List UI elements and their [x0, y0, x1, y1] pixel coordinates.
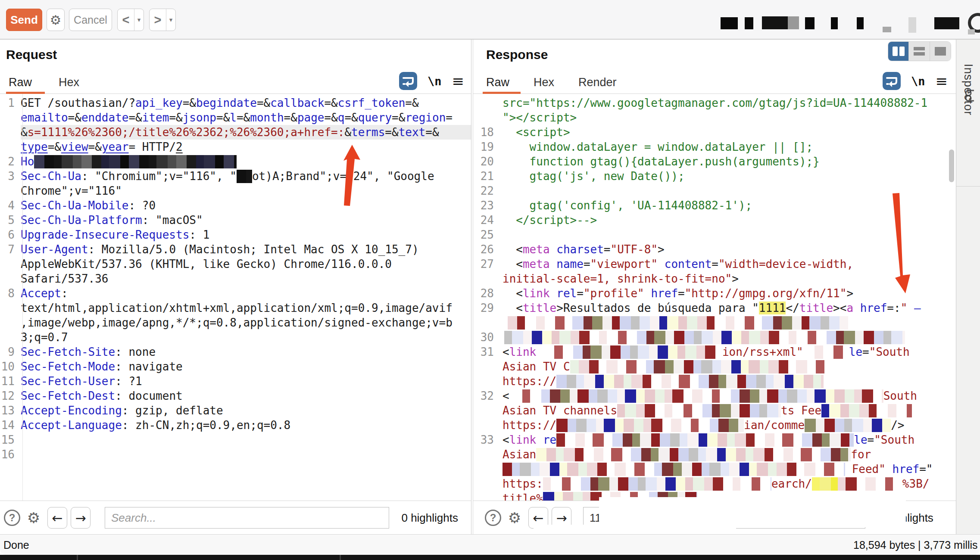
code-row[interactable]: emailto=&enddate=&item=&jsonp=&l=&month=… [0, 110, 471, 125]
response-editor[interactable]: src="https://www.googletagmanager.com/gt… [473, 94, 956, 501]
code-row[interactable]: 22 [473, 184, 956, 198]
code-row[interactable]: 26 <meta charset="UTF-8"> [473, 242, 956, 257]
request-tab-hex[interactable]: Hex [59, 76, 79, 89]
code-row[interactable] [473, 315, 956, 330]
code-row[interactable]: 24 </script>--> [473, 213, 956, 227]
code-row[interactable]: 4Sec-Ch-Ua-Mobile: ?0 [0, 198, 471, 213]
line-number [0, 257, 20, 271]
search-help-icon[interactable]: ? [3, 507, 22, 529]
request-tab-raw[interactable]: Raw [9, 76, 32, 89]
next-dropdown-icon[interactable]: ▾ [166, 9, 175, 31]
code-row[interactable]: 16 [0, 447, 471, 462]
request-search-input[interactable] [105, 507, 389, 529]
code-row[interactable]: 9Sec-Fetch-Site: none [0, 345, 471, 359]
previous-dropdown-icon[interactable]: ▾ [134, 9, 144, 31]
code-row[interactable]: 7User-Agent: Mozilla/5.0 (Macintosh; Int… [0, 242, 471, 257]
editor-menu-icon[interactable]: ≡ [452, 72, 465, 90]
code-row[interactable]: 18 <script> [473, 125, 956, 140]
show-newlines-toggle[interactable]: \n [911, 75, 925, 88]
code-row[interactable]: 31<link ion/rss+xml"le="South [473, 345, 956, 359]
code-row[interactable]: 33<link rele="South [473, 432, 956, 447]
search-help-icon[interactable]: ? [484, 507, 502, 529]
code-token: "South [874, 433, 914, 446]
code-row[interactable]: AppleWebKit/537.36 (KHTML, like Gecko) C… [0, 257, 471, 271]
code-row[interactable]: 11Sec-Fetch-User: ?1 [0, 374, 471, 389]
layout-single-view-button[interactable] [930, 42, 951, 61]
search-settings-gear-icon[interactable]: ⚙ [505, 507, 524, 529]
code-row[interactable]: 14Accept-Language: zh-CN,zh;q=0.9,en;q=0… [0, 418, 471, 432]
code-row[interactable]: 19 window.dataLayer = window.dataLayer |… [473, 140, 956, 154]
code-row[interactable]: Safari/537.36 [0, 271, 471, 286]
cancel-button[interactable]: Cancel [69, 9, 112, 31]
response-tab-render[interactable]: Render [578, 76, 617, 89]
layout-split-view-button[interactable] [888, 42, 909, 61]
code-row[interactable]: https://ian/comme/> [473, 418, 956, 432]
code-row[interactable]: Asianfor [473, 447, 956, 462]
code-token: window.dataLayer = window.dataLayer || [… [502, 140, 813, 153]
code-row[interactable]: 3Sec-Ch-Ua: "Chromium";v="116", "ot)A;Br… [0, 169, 471, 184]
code-row[interactable]: 25 [473, 227, 956, 242]
word-wrap-toggle-icon[interactable] [883, 72, 901, 90]
code-token: for [851, 448, 871, 461]
code-row[interactable]: 30 [473, 330, 956, 345]
code-row[interactable]: 20 function gtag(){dataLayer.push(argume… [473, 154, 956, 169]
code-row[interactable]: 27 <meta name="viewport" content="width=… [473, 257, 956, 271]
code-row[interactable]: text/html,application/xhtml+xml,applicat… [0, 301, 471, 315]
search-previous-button[interactable]: ← [47, 507, 67, 529]
code-token: query [358, 111, 392, 124]
search-next-button[interactable]: → [71, 507, 91, 529]
code-row[interactable]: https:earch/%3B/ [473, 476, 956, 491]
code-token: =& [425, 126, 439, 139]
code-row[interactable]: Feed" href=" [473, 462, 956, 476]
code-row[interactable]: 29 <title>Resultados de búsqueda para "1… [473, 301, 956, 315]
next-request-button[interactable]: > ▾ [149, 9, 176, 31]
response-tab-raw[interactable]: Raw [486, 76, 509, 89]
line-number [0, 271, 20, 286]
code-row[interactable]: 12Sec-Fetch-Dest: document [0, 389, 471, 403]
send-button[interactable]: Send [6, 9, 42, 31]
inspector-sidebar[interactable]: Inspector [956, 40, 980, 534]
code-row[interactable]: 5Sec-Ch-Ua-Platform: "macOS" [0, 213, 471, 227]
code-row[interactable]: 10Sec-Fetch-Mode: navigate [0, 359, 471, 374]
code-row[interactable]: 23 gtag('config', 'UA-114408882-1'); [473, 198, 956, 213]
code-token [658, 258, 665, 271]
code-row[interactable]: 3;q=0.7 [0, 330, 471, 345]
previous-request-button[interactable]: < ▾ [117, 9, 144, 31]
code-row[interactable]: src="https://www.googletagmanager.com/gt… [473, 96, 956, 110]
line-number [473, 418, 498, 432]
code-row[interactable]: 15 [0, 432, 471, 447]
redaction-mosaic [570, 360, 824, 373]
response-tab-hex[interactable]: Hex [534, 76, 554, 89]
request-settings-gear-icon[interactable]: ⚙ [47, 9, 65, 31]
code-row[interactable]: 1GET /southasian/?api_key=&begindate=&ca… [0, 96, 471, 110]
code-row[interactable]: 32<South [473, 389, 956, 403]
code-row[interactable]: 2Ho [0, 154, 471, 169]
code-token: gtag('config', 'UA-114408882-1'); [502, 199, 752, 212]
next-arrow-icon[interactable]: > [150, 9, 166, 31]
editor-menu-icon[interactable]: ≡ [936, 72, 948, 90]
code-row[interactable]: 13Accept-Encoding: gzip, deflate [0, 403, 471, 418]
code-row[interactable]: type=&view=&year= HTTP/2 [0, 140, 471, 154]
show-newlines-toggle[interactable]: \n [428, 75, 442, 88]
code-row[interactable]: "></script> [473, 110, 956, 125]
code-row[interactable]: Asian TV C [473, 359, 956, 374]
code-row[interactable]: &s=1111%26%2360;/title%26%2362;%26%2360;… [0, 125, 471, 140]
code-row[interactable]: 6Upgrade-Insecure-Requests: 1 [0, 227, 471, 242]
line-number [0, 315, 20, 330]
code-row[interactable]: 28 <link rel="profile" href="http://gmpg… [473, 286, 956, 301]
code-row[interactable]: ,image/webp,image/apng,*/*;q=0.8,applica… [0, 315, 471, 330]
code-row[interactable]: 8Accept: [0, 286, 471, 301]
response-scrollbar-thumb[interactable] [949, 149, 954, 182]
code-token: /> [891, 419, 904, 432]
request-editor[interactable]: 1GET /southasian/?api_key=&begindate=&ca… [0, 94, 471, 501]
layout-stacked-view-button[interactable] [909, 42, 930, 61]
previous-arrow-icon[interactable]: < [118, 9, 134, 31]
code-row[interactable]: 21 gtag('js', new Date()); [473, 169, 956, 184]
inspector-tab-label[interactable]: Inspector [961, 64, 975, 115]
search-settings-gear-icon[interactable]: ⚙ [24, 507, 43, 529]
code-row[interactable]: Asian TV channelsts Fee [473, 403, 956, 418]
code-row[interactable]: https:// [473, 374, 956, 389]
code-row[interactable]: Chrome";v="116" [0, 184, 471, 198]
word-wrap-toggle-icon[interactable] [399, 72, 417, 90]
code-row[interactable]: initial-scale=1, shrink-to-fit=no"> [473, 271, 956, 286]
